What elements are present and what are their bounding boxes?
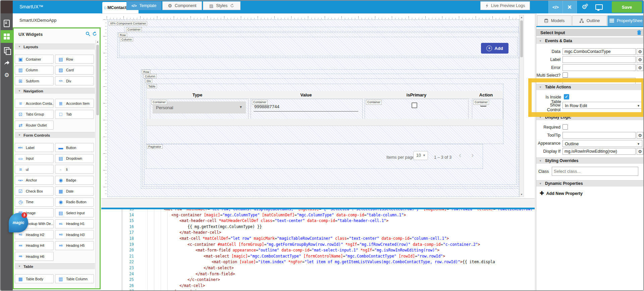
section-header-table[interactable]: ▼Table	[15, 263, 95, 269]
widget-table-column[interactable]: ▥Table Column	[55, 274, 94, 283]
widget-tab[interactable]: □Tab	[55, 110, 94, 119]
widget-ul[interactable]: ≡ul	[15, 165, 54, 174]
widget-heading-h1[interactable]: H1Heading H1	[55, 219, 94, 228]
widget-check-box[interactable]: ☑Check Box	[15, 187, 54, 196]
label-field-input[interactable]	[562, 56, 636, 63]
widget-input[interactable]: ▭Input	[15, 154, 54, 163]
widget-li[interactable]: ∙li	[55, 165, 94, 174]
section-header-form-controls[interactable]: ▼Form Controls	[15, 132, 95, 138]
code-view-button[interactable]: </>	[548, 1, 563, 13]
widget-badge[interactable]: ◉Badge	[55, 176, 94, 185]
gear-button[interactable]: ⚙	[637, 148, 643, 155]
scroll-up-icon[interactable]: ▲	[520, 16, 524, 18]
tab-template[interactable]: </> Template	[126, 1, 161, 10]
tab-component[interactable]: ⚙ Component	[162, 1, 202, 10]
widget-heading-h3[interactable]: H3Heading H3	[55, 230, 94, 239]
paginator-box[interactable]	[146, 144, 483, 169]
settings-button[interactable]: ⚙⚙	[578, 1, 591, 13]
container-box[interactable]	[124, 27, 519, 31]
code-line[interactable]: 25</c-container>	[101, 277, 535, 283]
data-field-input[interactable]	[562, 48, 636, 55]
export-icon[interactable]	[1, 58, 13, 68]
display-if-input[interactable]	[562, 148, 636, 155]
canvas-scrollbar[interactable]: ▲ ▼	[519, 15, 524, 197]
tab-models[interactable]: Models	[537, 15, 572, 26]
appearance-dropdown[interactable]: Outline ▼	[562, 140, 642, 147]
preview-button[interactable]	[592, 1, 606, 13]
is-inside-table-checkbox[interactable]: ✓	[564, 94, 569, 99]
code-line[interactable]: 19<c-container #matCell [formGroup]="mg.…	[101, 242, 535, 248]
action-cell-container[interactable]: Container	[472, 99, 503, 119]
error-field-input[interactable]	[562, 64, 636, 71]
section-header-layouts[interactable]: ▼Layouts	[15, 44, 95, 50]
widget-radio-button[interactable]: ◉Radio Button	[55, 198, 94, 207]
search-icon[interactable]	[86, 31, 90, 36]
expand-button[interactable]: +	[562, 1, 577, 13]
scrollbar-thumb[interactable]	[96, 45, 99, 115]
code-line[interactable]: 23</mat-select>	[101, 265, 535, 271]
isprimary-checkbox[interactable]	[412, 102, 417, 108]
widget-accordion-item[interactable]: ≣Accordion Item	[55, 99, 94, 108]
project-header[interactable]: SmartUXDemoApp	[13, 13, 101, 27]
tooltip-input[interactable]	[562, 132, 636, 139]
widget-button[interactable]: ▬Button	[55, 143, 94, 152]
widget-div[interactable]: </>Div	[55, 76, 94, 85]
scrollbar-thumb[interactable]	[520, 20, 523, 57]
widget-container[interactable]: ▣Container	[15, 55, 54, 64]
widget-router-outlet[interactable]: ⇄Router Outlet	[15, 121, 54, 130]
section-events-data[interactable]: ▼ Events & Data	[536, 38, 644, 44]
settings-rail-icon[interactable]: ⚙	[1, 70, 13, 80]
code-line[interactable]: 26</mat-cell>	[101, 283, 535, 289]
widget-label[interactable]: abcLabel	[15, 143, 54, 152]
gear-button[interactable]: ⚙	[637, 56, 643, 63]
trash-icon[interactable]	[637, 30, 641, 35]
add-button[interactable]: + Add	[481, 43, 508, 54]
scroll-up-icon[interactable]: ▲	[96, 41, 100, 43]
value-input[interactable]: 9998887744	[254, 103, 358, 112]
refresh-styles-icon[interactable]	[230, 4, 234, 8]
widget-anchor[interactable]: <a>Anchor	[15, 176, 54, 185]
value-cell-container[interactable]: Container 9998887744	[251, 99, 363, 119]
code-line[interactable]: 20<mat-form-field appearance="outline" d…	[101, 247, 535, 253]
gear-button[interactable]: ⚙	[637, 64, 643, 71]
widget-table-body[interactable]: ▦Table Body	[15, 274, 54, 283]
prev-page-icon[interactable]: ‹	[459, 152, 461, 159]
code-editor[interactable]: 13<mat-row *matRowDef="let row; columns:…	[101, 209, 535, 291]
gear-button[interactable]: ⚙	[637, 132, 643, 139]
widget-dropdown[interactable]: ▤Dropdown	[55, 154, 94, 163]
widget-heading-h6[interactable]: H6Heading H6	[15, 252, 54, 261]
widget-heading-h4[interactable]: H4Heading H4	[15, 241, 54, 250]
code-line[interactable]: 17</mat-header-cell>	[101, 230, 535, 236]
class-input[interactable]	[552, 167, 638, 176]
next-page-icon[interactable]: ›	[471, 152, 474, 159]
documents-icon[interactable]	[1, 18, 13, 29]
widgets-icon[interactable]	[1, 30, 13, 43]
code-line[interactable]: 24</mat-form-field>	[101, 271, 535, 277]
section-table-actions[interactable]: ▼ Table Actions	[536, 84, 644, 90]
code-line[interactable]: 18<mat-cell *matCellDef="let row" magicM…	[101, 236, 535, 242]
code-line[interactable]: 13<mat-row *matRowDef="let row; columns:…	[101, 209, 535, 212]
section-header-navigation[interactable]: ▼Navigation	[15, 88, 95, 94]
code-line[interactable]: 14<ng-container [magic]="mgc.ColumnType"…	[101, 212, 535, 218]
column-box[interactable]	[119, 37, 518, 56]
required-checkbox[interactable]	[562, 124, 568, 130]
type-cell-container[interactable]: Container Personal ▼	[150, 99, 249, 119]
add-new-property-button[interactable]: ✚Add New Property	[540, 190, 583, 196]
code-line[interactable]: 15<mat-header-cell *matHeaderCellDef cla…	[101, 218, 535, 224]
code-line[interactable]: 21<mat-select [magic]="mgc.ComboContactT…	[101, 253, 535, 260]
widget-accordion-conta-[interactable]: ≡Accordion Conta...	[15, 99, 54, 108]
page-size-select[interactable]: 10 ▼	[413, 151, 428, 160]
widget-column[interactable]: ▥Column	[15, 66, 54, 75]
widget-heading-h5[interactable]: H5Heading H5	[55, 241, 94, 250]
multi-select-checkbox[interactable]	[562, 72, 568, 78]
widget-date[interactable]: ▦Date	[55, 187, 94, 196]
scroll-down-icon[interactable]: ▼	[520, 193, 524, 196]
section-dynamic-properties[interactable]: ▼ Dynamic Properties	[536, 180, 644, 187]
pages-icon[interactable]	[1, 45, 13, 56]
widget-select-input[interactable]: ▤Select Input	[55, 208, 94, 217]
tab-styles[interactable]: ▨ Styles	[203, 1, 240, 10]
tab-property-sheet[interactable]: PropertyShee	[607, 15, 644, 26]
show-control-dropdown[interactable]: In Row Edit ▼	[562, 102, 642, 109]
refresh-widgets-icon[interactable]	[92, 31, 97, 36]
code-line[interactable]: 27</ng-container>	[101, 289, 535, 291]
